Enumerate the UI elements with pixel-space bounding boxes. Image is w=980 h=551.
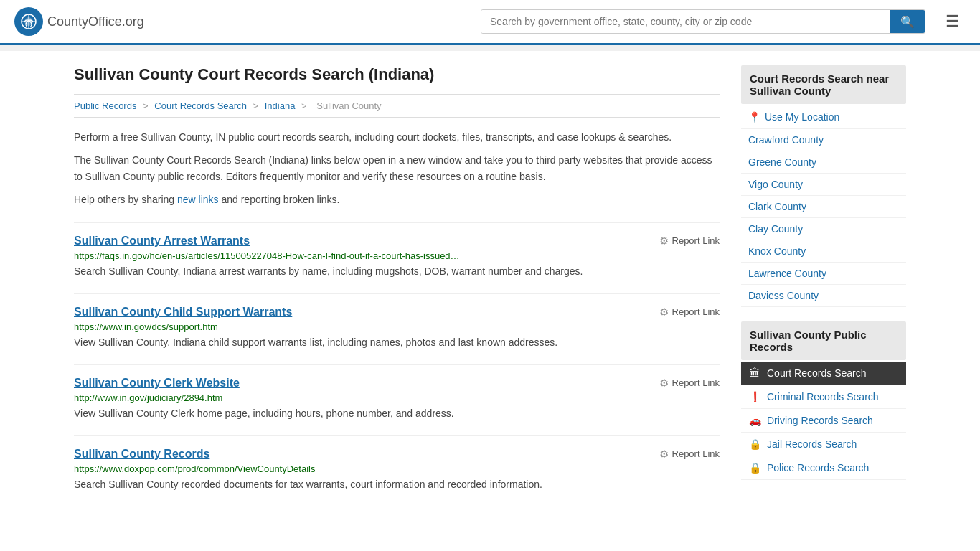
report-icon-2: ⚙ [659,377,669,390]
breadcrumb-sullivan: Sullivan County [316,100,381,111]
result-desc-2: View Sullivan County Clerk home page, in… [74,406,720,421]
nearby-county-item: Clark County [741,196,906,218]
records-nav-link-1[interactable]: Criminal Records Search [767,391,879,402]
new-links-link[interactable]: new links [177,194,219,205]
records-nav-link-2[interactable]: Driving Records Search [767,415,873,426]
location-icon: 📍 [748,111,760,123]
use-location-link[interactable]: Use My Location [765,111,839,123]
search-icon: 🔍 [900,16,915,28]
nearby-county-link-3[interactable]: Clark County [748,201,806,212]
search-bar: 🔍 [481,9,925,34]
records-nav-item[interactable]: 🔒 Jail Records Search [741,433,906,456]
report-link-label-0: Report Link [672,235,720,246]
nearby-county-item: Knox County [741,240,906,263]
search-button[interactable]: 🔍 [890,10,925,33]
hamburger-icon: ☰ [946,12,960,30]
description-1: Perform a free Sullivan County, IN publi… [74,129,720,145]
report-icon-3: ⚙ [659,448,669,461]
report-link-button-2[interactable]: ⚙ Report Link [659,377,720,390]
header: CountyOffice.org 🔍 ☰ [0,0,980,45]
result-item: Sullivan County Clerk Website ⚙ Report L… [74,364,720,421]
nearby-county-link-6[interactable]: Lawrence County [748,268,826,279]
records-nav-link-0[interactable]: Court Records Search [767,367,867,379]
report-link-button-1[interactable]: ⚙ Report Link [659,306,720,319]
nearby-county-link-4[interactable]: Clay County [748,223,803,235]
records-nav-icon-0: 🏛 [748,367,761,379]
nearby-county-item: Daviess County [741,285,906,307]
result-item: Sullivan County Arrest Warrants ⚙ Report… [74,222,720,279]
report-link-label-3: Report Link [672,448,720,459]
nearby-county-item: Crawford County [741,129,906,151]
result-title-0[interactable]: Sullivan County Arrest Warrants [74,235,250,248]
records-nav-icon-1: ❗ [748,391,761,402]
results-container: Sullivan County Arrest Warrants ⚙ Report… [74,222,720,492]
report-icon-0: ⚙ [659,235,669,248]
nearby-county-link-0[interactable]: Crawford County [748,134,824,146]
result-desc-3: Search Sullivan County recorded document… [74,477,720,492]
breadcrumb-sep-1: > [143,100,151,111]
description-3: Help others by sharing new links and rep… [74,192,720,207]
result-url-0[interactable]: https://faqs.in.gov/hc/en-us/articles/11… [74,250,720,261]
breadcrumb-public-records[interactable]: Public Records [74,100,136,111]
logo-text: CountyOffice.org [47,14,144,29]
nearby-county-link-1[interactable]: Greene County [748,156,816,168]
records-nav: 🏛 Court Records Search ❗ Criminal Record… [741,362,906,480]
records-nav-item[interactable]: 🔒 Police Records Search [741,456,906,480]
result-url-3[interactable]: https://www.doxpop.com/prod/common/ViewC… [74,463,720,474]
description-2: The Sullivan County Court Records Search… [74,152,720,184]
result-title-2[interactable]: Sullivan County Clerk Website [74,377,240,390]
records-nav-item[interactable]: ❗ Criminal Records Search [741,385,906,409]
sidebar-records-section: Sullivan County Public Records 🏛 Court R… [741,321,906,480]
nearby-county-link-2[interactable]: Vigo County [748,179,803,190]
content-area: Sullivan County Court Records Search (In… [74,65,720,494]
report-link-label-1: Report Link [672,306,720,317]
records-nav-icon-3: 🔒 [748,438,761,450]
records-nav-item[interactable]: 🏛 Court Records Search [741,362,906,385]
report-link-button-3[interactable]: ⚙ Report Link [659,448,720,461]
result-title-1[interactable]: Sullivan County Child Support Warrants [74,306,292,319]
sidebar-nearby-section: Court Records Search near Sullivan Count… [741,65,906,307]
breadcrumb-sep-3: > [301,100,309,111]
logo-link[interactable]: CountyOffice.org [14,7,144,36]
result-url-2[interactable]: http://www.in.gov/judiciary/2894.htm [74,392,720,403]
page-title: Sullivan County Court Records Search (In… [74,65,720,84]
nearby-county-list: Crawford CountyGreene CountyVigo CountyC… [741,129,906,307]
nearby-county-link-5[interactable]: Knox County [748,245,806,257]
records-nav-item[interactable]: 🚗 Driving Records Search [741,409,906,433]
report-link-label-2: Report Link [672,377,720,388]
result-desc-1: View Sullivan County, Indiana child supp… [74,335,720,350]
breadcrumb: Public Records > Court Records Search > … [74,94,720,118]
main-container: Sullivan County Court Records Search (In… [60,51,920,509]
records-nav-link-4[interactable]: Police Records Search [767,462,869,474]
report-icon-1: ⚙ [659,306,669,319]
sidebar-records-title: Sullivan County Public Records [741,321,906,360]
result-item-header: Sullivan County Clerk Website ⚙ Report L… [74,377,720,390]
result-desc-0: Search Sullivan County, Indiana arrest w… [74,264,720,279]
report-link-button-0[interactable]: ⚙ Report Link [659,235,720,248]
header-divider [0,45,980,51]
logo-icon [14,7,43,36]
nearby-county-item: Vigo County [741,174,906,196]
nearby-county-item: Greene County [741,151,906,174]
sidebar: Court Records Search near Sullivan Count… [741,65,906,494]
result-url-1[interactable]: https://www.in.gov/dcs/support.htm [74,321,720,332]
breadcrumb-sep-2: > [253,100,261,111]
result-item: Sullivan County Records ⚙ Report Link ht… [74,435,720,492]
nearby-county-item: Lawrence County [741,263,906,285]
use-location-item: 📍 Use My Location [741,105,906,129]
menu-button[interactable]: ☰ [940,9,966,34]
records-nav-icon-2: 🚗 [748,415,761,426]
result-item-header: Sullivan County Arrest Warrants ⚙ Report… [74,235,720,248]
result-item-header: Sullivan County Child Support Warrants ⚙… [74,306,720,319]
result-item: Sullivan County Child Support Warrants ⚙… [74,293,720,350]
breadcrumb-court-records[interactable]: Court Records Search [154,100,247,111]
records-nav-icon-4: 🔒 [748,462,761,474]
nearby-county-item: Clay County [741,218,906,240]
result-title-3[interactable]: Sullivan County Records [74,448,209,461]
search-input[interactable] [481,10,890,33]
result-item-header: Sullivan County Records ⚙ Report Link [74,448,720,461]
records-nav-link-3[interactable]: Jail Records Search [767,438,857,450]
nearby-county-link-7[interactable]: Daviess County [748,290,819,301]
breadcrumb-indiana[interactable]: Indiana [265,100,296,111]
sidebar-nearby-title: Court Records Search near Sullivan Count… [741,65,906,104]
